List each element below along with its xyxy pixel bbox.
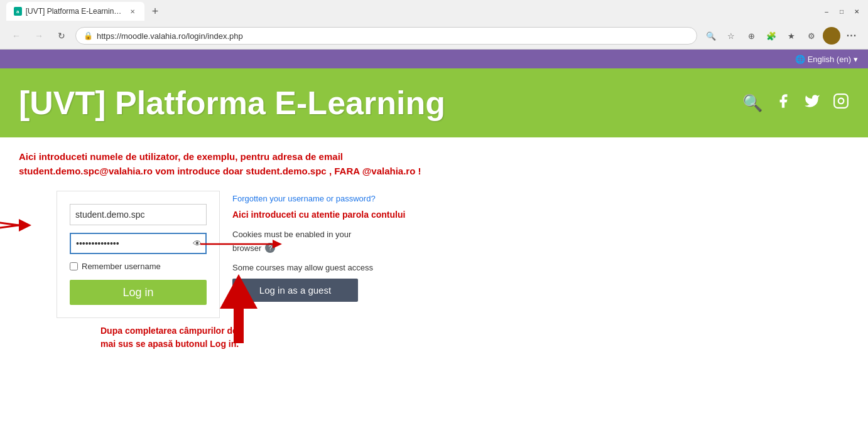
- arrow-username-svg: [0, 191, 31, 266]
- svg-line-3: [0, 225, 19, 247]
- bottom-annotation-area: Dupa completarea câmpurilor de mai sus s…: [19, 324, 849, 351]
- menu-button[interactable]: ···: [843, 27, 860, 45]
- password-group: 👁: [70, 233, 207, 254]
- right-panel: Forgotten your username or password? Aic…: [232, 191, 849, 302]
- language-selector[interactable]: 🌐 English (en) ▾: [795, 55, 858, 64]
- bottom-annotation: Dupa completarea câmpurilor de mai sus s…: [100, 324, 849, 351]
- address-bar[interactable]: 🔒 https://moodle.valahia.ro/login/index.…: [75, 27, 697, 45]
- svg-line-2: [0, 203, 19, 225]
- username-group: [70, 204, 207, 225]
- search-icon[interactable]: 🔍: [702, 27, 720, 45]
- profile-icon[interactable]: [823, 27, 840, 45]
- extension-icon[interactable]: ⊕: [742, 27, 760, 45]
- password-input[interactable]: [70, 233, 207, 254]
- search-header-icon[interactable]: 🔍: [742, 93, 762, 113]
- forward-button[interactable]: →: [30, 27, 48, 45]
- site-title: [UVT] Platforma E-Learning: [19, 84, 445, 122]
- star-icon[interactable]: ☆: [722, 27, 740, 45]
- maximize-button[interactable]: □: [837, 6, 847, 16]
- close-button[interactable]: ✕: [852, 6, 862, 16]
- login-button[interactable]: Log in: [70, 280, 207, 305]
- globe-icon: 🌐: [795, 55, 805, 64]
- header-icons: 🔍: [742, 93, 849, 114]
- tab-title: [UVT] Platforma E-Learning: Log: [26, 7, 124, 16]
- instruction-block: Aici introduceti numele de utilizator, d…: [19, 150, 849, 178]
- instruction-line1: Aici introduceti numele de utilizator, d…: [19, 150, 849, 164]
- facebook-icon[interactable]: [775, 93, 791, 114]
- svg-marker-10: [220, 274, 258, 309]
- svg-rect-0: [834, 94, 848, 108]
- arrow-up-svg: [220, 274, 258, 349]
- site-header: [UVT] Platforma E-Learning 🔍: [0, 68, 868, 137]
- remember-row: Remember username: [70, 262, 207, 271]
- login-form: 👁 Remember username Log in: [57, 191, 220, 318]
- tab-favicon: a: [14, 7, 22, 16]
- chevron-down-icon: ▾: [854, 55, 858, 64]
- guest-intro-text: Some courses may allow guest access: [232, 263, 849, 272]
- instruction-line2: student.demo.spc@valahia.ro vom introduc…: [19, 164, 849, 179]
- tab-close-button[interactable]: ✕: [128, 6, 137, 16]
- cookies-browser-row: browser ?: [232, 243, 849, 253]
- forgot-password-link[interactable]: Forgotten your username or password?: [232, 193, 849, 205]
- svg-marker-4: [19, 219, 31, 232]
- password-annotation: Aici introduceti cu atentie parola contu…: [232, 210, 849, 220]
- main-content: Aici introduceti numele de utilizator, d…: [0, 137, 868, 363]
- extensions-icon[interactable]: 🧩: [762, 27, 780, 45]
- bottom-annotation-line2: mai sus se apasă butonul Log in.: [100, 338, 849, 351]
- minimize-button[interactable]: –: [822, 6, 832, 16]
- remember-label: Remember username: [82, 262, 161, 271]
- reload-button[interactable]: ↻: [53, 27, 70, 45]
- back-button[interactable]: ←: [8, 27, 25, 45]
- language-bar: 🌐 English (en) ▾: [0, 50, 868, 68]
- new-tab-button[interactable]: +: [147, 3, 163, 19]
- favorites-icon[interactable]: ★: [783, 27, 800, 45]
- bottom-annotation-line1: Dupa completarea câmpurilor de: [100, 324, 849, 338]
- settings-icon[interactable]: ⚙: [803, 27, 820, 45]
- instagram-icon[interactable]: [833, 93, 849, 114]
- svg-rect-9: [234, 306, 244, 343]
- arrow-password-svg: [200, 235, 282, 253]
- url-text: https://moodle.valahia.ro/login/index.ph…: [97, 31, 243, 41]
- twitter-icon[interactable]: [804, 93, 820, 114]
- svg-marker-8: [273, 240, 282, 248]
- cookies-text: Cookies must be enabled in your: [232, 230, 849, 239]
- remember-checkbox[interactable]: [70, 262, 78, 270]
- username-input[interactable]: [70, 204, 207, 225]
- lock-icon: 🔒: [84, 31, 93, 40]
- language-label: English (en): [808, 55, 851, 64]
